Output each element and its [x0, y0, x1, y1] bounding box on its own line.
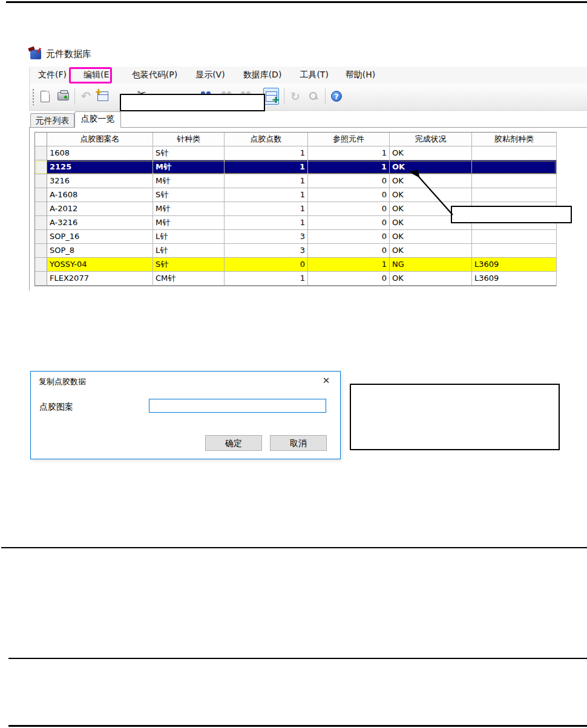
table-row[interactable]: YOSSY-04S针01NGL3609 — [35, 258, 556, 272]
table-cell[interactable]: 0 — [308, 230, 390, 244]
table-cell[interactable]: 1 — [225, 174, 308, 188]
table-cell[interactable]: L针 — [153, 244, 225, 258]
table-cell[interactable]: OK — [390, 230, 472, 244]
pattern-name-input[interactable] — [149, 399, 326, 413]
table-row[interactable]: A-1608S针10OK — [35, 188, 556, 202]
dispensing-view-button[interactable]: + — [263, 88, 279, 105]
row-selector[interactable] — [35, 146, 47, 160]
table-cell[interactable]: M针 — [153, 216, 225, 230]
add-record-button[interactable]: + — [95, 88, 111, 105]
row-selector[interactable] — [35, 174, 47, 188]
table-cell[interactable]: 3 — [225, 244, 308, 258]
table-cell[interactable]: M针 — [153, 160, 225, 174]
table-cell[interactable]: S针 — [153, 258, 225, 272]
print-button[interactable] — [55, 88, 71, 105]
table-cell[interactable]: L3609 — [472, 272, 557, 286]
col-header-needle-type[interactable]: 针种类 — [153, 133, 225, 146]
menu-help[interactable]: 帮助(H) — [339, 68, 381, 82]
table-cell[interactable]: 1 — [308, 258, 390, 272]
table-cell[interactable] — [472, 230, 557, 244]
col-header-reference-component[interactable]: 参照元件 — [308, 133, 390, 146]
table-cell[interactable]: 0 — [308, 188, 390, 202]
table-cell[interactable]: 3216 — [47, 174, 153, 188]
table-cell[interactable]: 3 — [225, 230, 308, 244]
table-cell[interactable]: SOP_16 — [47, 230, 153, 244]
undo-button[interactable]: ↶ — [78, 88, 94, 105]
toolbar-grip[interactable] — [32, 88, 34, 105]
row-selector[interactable] — [35, 258, 47, 272]
table-cell[interactable]: OK — [390, 244, 472, 258]
table-cell[interactable]: 1608 — [47, 146, 153, 160]
col-header-completion-status[interactable]: 完成状况 — [390, 133, 472, 146]
table-cell[interactable]: M针 — [153, 174, 225, 188]
copy-dispensing-dialog: 复制点胶数据 ✕ 点胶图案 确定 取消 — [30, 371, 341, 459]
row-selector[interactable] — [35, 160, 47, 174]
table-cell[interactable]: 2125 — [47, 160, 153, 174]
table-cell[interactable] — [472, 244, 557, 258]
table-cell[interactable]: 0 — [308, 244, 390, 258]
table-cell[interactable]: A-1608 — [47, 188, 153, 202]
table-cell[interactable]: OK — [390, 146, 472, 160]
table-cell[interactable]: SOP_8 — [47, 244, 153, 258]
table-cell[interactable]: 0 — [308, 272, 390, 286]
table-cell[interactable]: 1 — [225, 272, 308, 286]
row-selector[interactable] — [35, 230, 47, 244]
help-button[interactable]: ? — [329, 88, 344, 105]
table-row[interactable]: SOP_16L针30OK — [35, 230, 556, 244]
ok-button[interactable]: 确定 — [205, 435, 262, 451]
table-row[interactable]: 3216M针10OK — [35, 174, 556, 188]
table-cell[interactable] — [472, 160, 557, 174]
table-cell[interactable]: L针 — [153, 230, 225, 244]
table-row[interactable]: SOP_8L针30OK — [35, 244, 556, 258]
table-cell[interactable]: 1 — [308, 160, 390, 174]
menu-package[interactable]: 包装代码(P) — [126, 68, 183, 82]
table-cell[interactable]: A-2012 — [47, 202, 153, 216]
table-cell[interactable]: A-3216 — [47, 216, 153, 230]
table-cell[interactable] — [472, 174, 557, 188]
table-row[interactable]: 2125M针11OK — [35, 160, 556, 174]
table-cell[interactable]: 1 — [225, 188, 308, 202]
table-cell[interactable]: NG — [390, 258, 472, 272]
new-document-button[interactable] — [37, 88, 53, 105]
tab-component-list[interactable]: 元件列表 — [30, 113, 74, 127]
close-icon[interactable]: ✕ — [316, 373, 336, 389]
menu-database[interactable]: 数据库(D) — [237, 68, 288, 82]
table-cell[interactable]: 0 — [308, 216, 390, 230]
table-cell[interactable]: 0 — [308, 202, 390, 216]
menu-tools[interactable]: 工具(T) — [294, 68, 334, 82]
table-cell[interactable]: 1 — [225, 160, 308, 174]
table-cell[interactable]: 1 — [308, 146, 390, 160]
cancel-button[interactable]: 取消 — [270, 435, 327, 451]
table-cell[interactable]: S针 — [153, 146, 225, 160]
table-cell[interactable]: L3609 — [472, 258, 557, 272]
row-selector[interactable] — [35, 202, 47, 216]
table-cell[interactable] — [472, 146, 557, 160]
col-header-adhesive-type[interactable]: 胶粘剂种类 — [472, 133, 557, 146]
preview-button[interactable] — [306, 88, 321, 105]
col-header-pattern-name[interactable]: 点胶图案名 — [47, 133, 153, 146]
refresh-button[interactable]: ↻ — [287, 88, 303, 105]
row-selector[interactable] — [35, 188, 47, 202]
menu-view[interactable]: 显示(V) — [189, 68, 231, 82]
table-cell[interactable]: YOSSY-04 — [47, 258, 153, 272]
table-cell[interactable]: M针 — [153, 202, 225, 216]
table-cell[interactable]: 1 — [225, 202, 308, 216]
row-selector[interactable] — [35, 216, 47, 230]
menu-file[interactable]: 文件(F) — [32, 68, 73, 82]
table-cell[interactable]: 1 — [225, 146, 308, 160]
row-selector[interactable] — [35, 244, 47, 258]
tab-dispensing-overview[interactable]: 点胶一览 — [74, 111, 121, 128]
table-cell[interactable] — [472, 188, 557, 202]
table-cell[interactable]: 0 — [225, 258, 308, 272]
table-cell[interactable]: 1 — [225, 216, 308, 230]
table-cell[interactable]: 0 — [308, 174, 390, 188]
table-cell[interactable]: FLEX2077 — [47, 272, 153, 286]
row-selector[interactable] — [35, 272, 47, 286]
col-header-point-count[interactable]: 点胶点数 — [225, 133, 308, 146]
table-cell[interactable]: S针 — [153, 188, 225, 202]
table-row[interactable]: 1608S针11OK — [35, 146, 556, 160]
table-row[interactable]: FLEX2077CM针10OKL3609 — [35, 272, 556, 286]
window-titlebar: 元件数据库 — [30, 48, 91, 60]
table-cell[interactable]: CM针 — [153, 272, 225, 286]
table-cell[interactable]: OK — [390, 272, 472, 286]
